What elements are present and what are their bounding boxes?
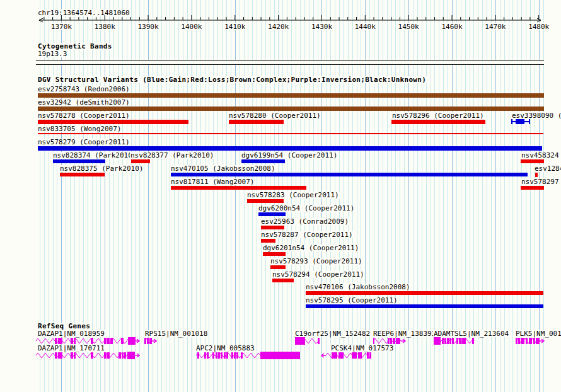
gene-exon <box>221 352 223 359</box>
gene-exon <box>224 352 226 359</box>
gene-model[interactable] <box>295 337 320 345</box>
gene-exon <box>204 352 206 359</box>
gene-exon <box>71 338 73 344</box>
gene-model[interactable] <box>36 337 139 345</box>
gene-exon <box>58 352 61 359</box>
gene-exon <box>74 338 76 344</box>
gene-exon <box>207 352 209 359</box>
gene-exon <box>55 338 57 344</box>
gene-model[interactable] <box>373 338 405 344</box>
gene-exon <box>236 352 238 359</box>
gene-exon <box>91 352 93 359</box>
gene-exon <box>119 352 121 359</box>
gene-exon <box>295 337 305 345</box>
gene-exon <box>122 352 124 359</box>
gene-exon <box>121 338 124 344</box>
gene-exon <box>449 338 451 344</box>
gene-exon <box>318 338 320 344</box>
gene-exon <box>536 338 538 344</box>
gene-exon <box>518 338 520 344</box>
gene-exon <box>71 352 73 359</box>
gene-exon <box>393 338 395 344</box>
genome-browser: chr19:1364574..1481060 1370k1380k1390k14… <box>0 0 561 392</box>
gene-exon <box>533 338 535 344</box>
gene-model[interactable] <box>321 352 371 359</box>
gene-exon <box>127 352 135 359</box>
gene-exon <box>390 338 392 344</box>
gene-exon <box>461 338 466 344</box>
gene-model[interactable] <box>196 352 300 359</box>
gene-exon <box>529 338 532 344</box>
gene-exon <box>367 352 369 359</box>
gene-exon <box>538 338 540 344</box>
gene-exon <box>107 338 110 344</box>
gene-exon <box>104 338 107 344</box>
gene-exon <box>61 338 62 344</box>
gene-exon <box>396 338 400 344</box>
gene-exon <box>516 338 518 344</box>
gene-exon <box>260 352 300 359</box>
gene-exon <box>472 338 474 344</box>
gene-exon <box>521 338 524 344</box>
gene-exon <box>444 338 446 344</box>
gene-model[interactable] <box>144 338 156 344</box>
gene-exon <box>216 352 217 359</box>
gene-exon <box>104 352 107 359</box>
gene-exon <box>107 352 110 359</box>
gene-exon <box>58 338 61 344</box>
gene-exon <box>144 338 146 344</box>
gene-exon <box>231 352 233 359</box>
gene-exon <box>332 352 337 359</box>
gene-exon <box>55 352 57 359</box>
refseq-gene-models <box>0 0 561 392</box>
gene-exon <box>434 337 441 345</box>
gene-exon <box>241 352 243 359</box>
gene-exon <box>442 338 444 344</box>
gene-exon <box>352 352 357 359</box>
gene-exon <box>74 352 76 359</box>
gene-exon <box>124 352 126 359</box>
gene-model[interactable] <box>516 338 544 344</box>
gene-model[interactable] <box>36 352 139 359</box>
gene-exon <box>149 338 152 344</box>
gene-exon <box>212 352 214 359</box>
gene-exon <box>459 338 461 344</box>
gene-exon <box>197 352 199 359</box>
gene-exon <box>369 352 371 359</box>
gene-exon <box>128 337 136 345</box>
gene-exon <box>61 352 62 359</box>
gene-exon <box>447 338 449 344</box>
gene-exon <box>526 338 528 344</box>
gene-exon <box>218 352 220 359</box>
gene-exon <box>110 338 113 344</box>
gene-exon <box>373 338 374 344</box>
gene-exon <box>338 352 344 359</box>
gene-exon <box>456 338 458 344</box>
gene-exon <box>91 338 93 344</box>
gene-model[interactable] <box>434 337 474 345</box>
gene-exon <box>452 338 454 344</box>
gene-exon <box>234 352 236 359</box>
gene-exon <box>358 352 362 359</box>
gene-exon <box>226 352 228 359</box>
gene-exon <box>147 338 149 344</box>
gene-exon <box>388 338 390 344</box>
gene-intron-line <box>36 338 135 343</box>
